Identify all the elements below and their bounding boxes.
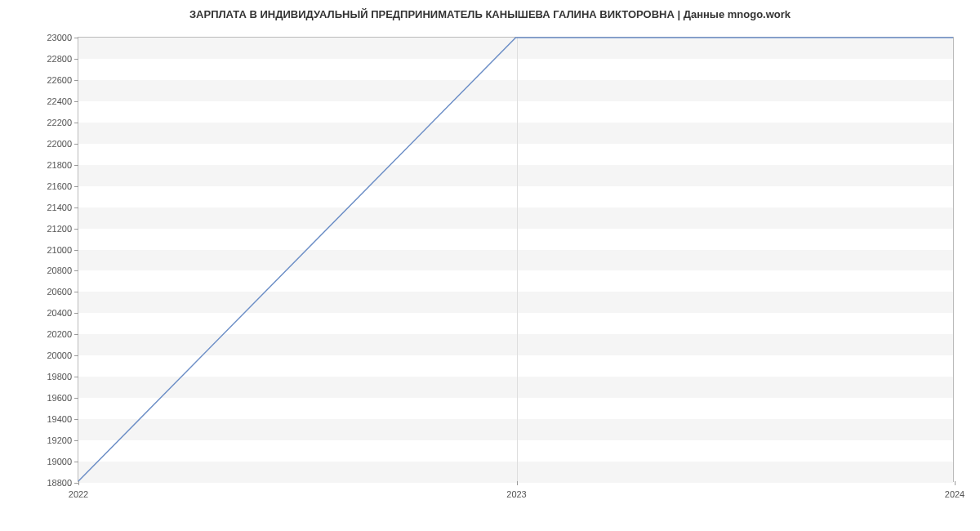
data-series-line bbox=[78, 38, 953, 481]
y-tick-label: 18800 bbox=[47, 478, 72, 488]
y-tick-label: 21600 bbox=[47, 181, 72, 191]
x-tick-label: 2023 bbox=[506, 489, 526, 499]
y-tick-label: 20800 bbox=[47, 266, 72, 275]
x-tick-label: 2024 bbox=[945, 489, 964, 499]
y-tick-label: 22400 bbox=[47, 96, 72, 106]
y-tick-label: 19400 bbox=[47, 414, 72, 424]
y-tick-mark bbox=[74, 229, 78, 230]
y-tick-label: 19000 bbox=[47, 457, 72, 466]
y-tick-mark bbox=[74, 59, 78, 60]
y-tick-label: 22000 bbox=[47, 139, 72, 149]
y-tick-label: 19200 bbox=[47, 435, 72, 445]
y-tick-label: 19600 bbox=[47, 393, 72, 403]
y-tick-label: 21200 bbox=[47, 224, 72, 234]
y-tick-mark bbox=[74, 207, 78, 208]
chart-title: ЗАРПЛАТА В ИНДИВИДУАЛЬНЫЙ ПРЕДПРИНИМАТЕЛ… bbox=[0, 0, 980, 25]
y-tick-mark bbox=[74, 462, 78, 462]
chart-container: 1880019000192001940019600198002000020200… bbox=[78, 37, 954, 482]
y-tick-mark bbox=[74, 165, 78, 166]
y-tick-mark bbox=[74, 270, 78, 271]
y-tick-label: 20200 bbox=[47, 329, 72, 339]
y-tick-label: 23000 bbox=[47, 33, 72, 42]
y-tick-mark bbox=[74, 101, 78, 102]
y-tick-mark bbox=[74, 80, 78, 81]
x-tick-mark bbox=[517, 481, 518, 485]
y-tick-mark bbox=[74, 377, 78, 377]
y-tick-label: 20000 bbox=[47, 350, 72, 360]
line-chart-svg bbox=[78, 38, 953, 481]
y-tick-mark bbox=[74, 292, 78, 292]
y-tick-label: 21800 bbox=[47, 160, 72, 170]
y-tick-mark bbox=[74, 250, 78, 251]
y-tick-mark bbox=[74, 186, 78, 187]
x-tick-mark bbox=[78, 481, 79, 485]
y-tick-mark bbox=[74, 38, 78, 38]
y-tick-label: 22800 bbox=[47, 54, 72, 64]
y-tick-mark bbox=[74, 313, 78, 314]
y-tick-label: 20400 bbox=[47, 308, 72, 318]
y-tick-label: 21400 bbox=[47, 203, 72, 212]
y-tick-mark bbox=[74, 123, 78, 123]
y-tick-mark bbox=[74, 398, 78, 399]
y-tick-label: 21000 bbox=[47, 245, 72, 255]
plot-area: 1880019000192001940019600198002000020200… bbox=[78, 37, 954, 482]
y-tick-label: 19800 bbox=[47, 372, 72, 382]
y-tick-mark bbox=[74, 419, 78, 420]
y-tick-label: 20600 bbox=[47, 287, 72, 297]
y-tick-label: 22200 bbox=[47, 118, 72, 127]
x-tick-label: 2022 bbox=[69, 489, 88, 499]
y-tick-mark bbox=[74, 355, 78, 356]
y-tick-mark bbox=[74, 144, 78, 145]
y-tick-label: 22600 bbox=[47, 75, 72, 85]
x-tick-mark bbox=[955, 481, 956, 485]
y-tick-mark bbox=[74, 440, 78, 441]
y-tick-mark bbox=[74, 334, 78, 335]
